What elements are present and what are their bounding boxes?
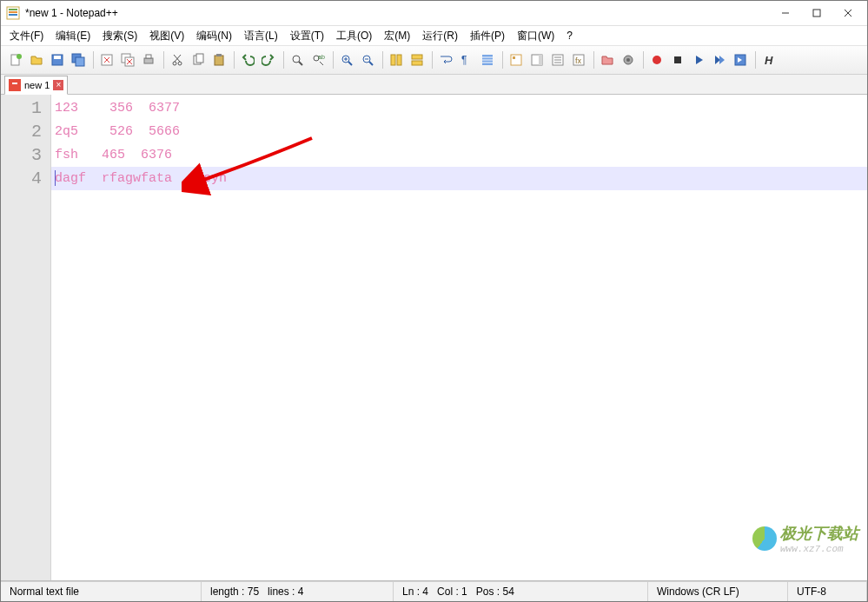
minimize-button[interactable] [770, 3, 801, 23]
svg-rect-5 [813, 10, 820, 17]
svg-rect-11 [54, 56, 61, 59]
line-number: 3 [1, 143, 50, 167]
menu-plugins[interactable]: 插件(P) [465, 27, 510, 45]
funclist-button[interactable]: fx [569, 50, 588, 69]
svg-rect-2 [9, 11, 17, 13]
cut-button[interactable] [168, 50, 187, 69]
svg-line-26 [174, 55, 180, 62]
editor-line: fsh 465 6376 [51, 143, 867, 167]
sync-h-button[interactable] [407, 50, 427, 69]
tabbar: new 1 × [1, 75, 867, 95]
tab-close-icon[interactable]: × [53, 80, 63, 90]
svg-line-38 [348, 62, 352, 65]
line-number: 4 [1, 167, 50, 190]
watermark: 极光下载站 www.xz7.com [752, 523, 858, 554]
menu-search[interactable]: 搜索(S) [97, 27, 142, 45]
play-multi-button[interactable] [710, 50, 729, 69]
toolbar: ab ¶ fx H [1, 45, 867, 75]
replace-button[interactable]: ab [308, 50, 328, 69]
status-ln-label: Ln : [402, 585, 420, 598]
menu-language[interactable]: 语言(L) [239, 27, 283, 45]
svg-rect-45 [412, 61, 422, 65]
status-length: length : 75 lines : 4 [202, 582, 394, 601]
print-button[interactable] [139, 50, 158, 69]
undo-button[interactable] [238, 50, 257, 69]
close-file-button[interactable] [97, 50, 116, 69]
close-button[interactable] [832, 3, 864, 23]
watermark-logo-icon [752, 526, 777, 551]
tab-unsaved-icon [9, 79, 21, 91]
editor-line: 123 356 6377 [51, 96, 867, 120]
save-all-button[interactable] [69, 50, 88, 69]
app-icon [6, 6, 20, 20]
copy-button[interactable] [189, 50, 208, 69]
svg-rect-30 [216, 54, 222, 56]
play-macro-button[interactable] [689, 50, 708, 69]
sync-v-button[interactable] [387, 50, 406, 69]
svg-rect-42 [391, 55, 395, 65]
menu-view[interactable]: 视图(V) [144, 27, 189, 45]
svg-text:fx: fx [575, 56, 582, 65]
paste-button[interactable] [209, 50, 229, 69]
save-macro-button[interactable] [731, 50, 750, 69]
menu-window[interactable]: 窗口(W) [512, 27, 560, 45]
svg-rect-64 [674, 56, 681, 63]
menu-tools[interactable]: 工具(O) [331, 27, 377, 45]
show-all-chars-button[interactable]: ¶ [457, 50, 476, 69]
status-pos-label: Pos : [476, 585, 500, 598]
window-title: *new 1 - Notepad++ [25, 7, 770, 19]
svg-line-41 [369, 62, 373, 65]
editor-area: 1 2 3 4 123 356 6377 2q5 526 5666 fsh 46… [1, 95, 867, 581]
status-length-value: 75 [248, 585, 259, 598]
menu-settings[interactable]: 设置(T) [285, 27, 329, 45]
status-lines-label: lines : [268, 585, 295, 598]
application-window: *new 1 - Notepad++ 文件(F) 编辑(E) 搜索(S) 视图(… [0, 0, 868, 602]
close-all-button[interactable] [118, 50, 137, 69]
open-file-button[interactable] [27, 50, 46, 69]
new-file-button[interactable] [6, 50, 25, 69]
save-button[interactable] [48, 50, 67, 69]
svg-point-24 [178, 62, 182, 65]
status-pos-value: 54 [503, 585, 514, 598]
watermark-text: 极光下载站 [780, 523, 858, 544]
svg-rect-3 [9, 14, 17, 16]
docmap-button[interactable] [527, 50, 547, 69]
svg-point-9 [17, 54, 22, 59]
menu-file[interactable]: 文件(F) [4, 27, 49, 45]
menu-encoding[interactable]: 编码(N) [191, 27, 237, 45]
status-length-label: length : [210, 585, 244, 598]
wordwrap-button[interactable] [436, 50, 455, 69]
document-tab[interactable]: new 1 × [4, 76, 68, 95]
svg-line-32 [299, 62, 302, 65]
svg-text:ab: ab [318, 54, 325, 60]
svg-line-25 [175, 55, 181, 62]
maximize-button[interactable] [801, 3, 832, 23]
monitor-button[interactable] [619, 50, 638, 69]
tab-label: new 1 [24, 80, 50, 90]
menu-help[interactable]: ? [561, 28, 578, 43]
zoom-in-button[interactable] [337, 50, 356, 69]
svg-rect-51 [511, 55, 521, 65]
folder-button[interactable] [598, 50, 617, 69]
redo-button[interactable] [259, 50, 278, 69]
menu-edit[interactable]: 编辑(E) [50, 27, 96, 45]
svg-point-63 [653, 56, 661, 64]
menu-macro[interactable]: 宏(M) [379, 27, 415, 45]
find-button[interactable] [288, 50, 307, 69]
record-macro-button[interactable] [647, 50, 666, 69]
text-editor[interactable]: 123 356 6377 2q5 526 5666 fsh 465 6376 d… [51, 95, 867, 580]
zoom-out-button[interactable] [358, 50, 377, 69]
stop-macro-button[interactable] [668, 50, 687, 69]
indent-guide-button[interactable] [478, 50, 497, 69]
svg-rect-28 [196, 54, 203, 63]
menu-run[interactable]: 运行(R) [417, 27, 463, 45]
svg-rect-21 [144, 58, 153, 63]
bold-h-button[interactable]: H [759, 50, 779, 69]
svg-rect-67 [10, 81, 19, 89]
udl-button[interactable] [507, 50, 526, 69]
editor-line-current: dagf rfagwfata tsyh [51, 167, 867, 190]
doclist-button[interactable] [548, 50, 567, 69]
svg-point-23 [173, 62, 176, 65]
svg-rect-44 [412, 55, 422, 59]
line-number: 2 [1, 120, 50, 143]
